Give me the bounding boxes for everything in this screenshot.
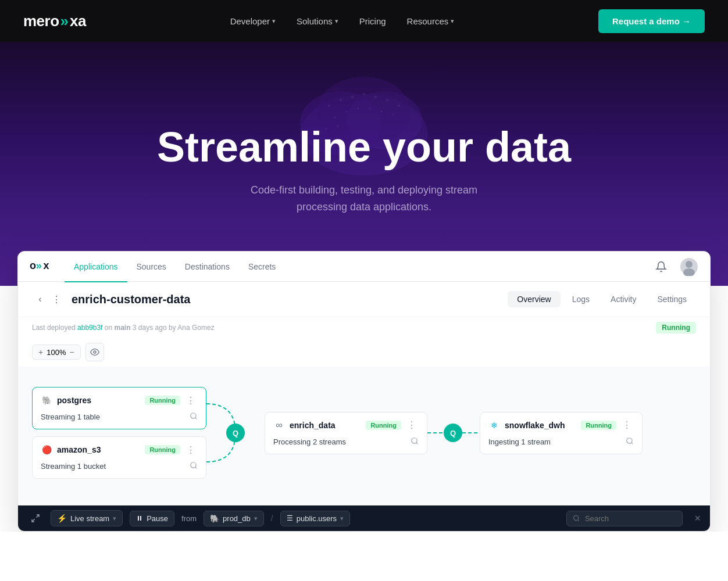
svg-point-26 <box>191 413 196 418</box>
pause-button[interactable]: Pause <box>130 511 174 526</box>
dest-subtitle: Ingesting 1 stream <box>488 437 551 446</box>
tab-destinations[interactable]: Destinations <box>176 252 239 282</box>
chevron-down-icon: ▾ <box>451 17 454 25</box>
tab-applications[interactable]: Applications <box>65 252 127 282</box>
live-stream-label: Live stream <box>70 514 109 523</box>
app-nav-bar: o » x Applications Sources Destinations … <box>18 252 710 282</box>
amazon-s3-node[interactable]: 🔴 amazon_s3 Running ⋮ Streaming 1 bucket <box>32 436 206 479</box>
svg-point-27 <box>191 462 196 468</box>
db-icon: 🐘 <box>210 514 219 523</box>
svg-point-29 <box>627 437 632 443</box>
pipeline-canvas: 🐘 postgres Running ⋮ Streaming 1 table <box>18 366 710 505</box>
hero-subtext: Code-first building, testing, and deploy… <box>251 182 477 216</box>
svg-text:o: o <box>30 260 36 271</box>
header-tabs: Overview Logs Activity Settings <box>508 291 696 307</box>
svg-point-16 <box>392 114 394 116</box>
meroxa-app-logo: o » x <box>30 259 51 272</box>
back-button[interactable]: ‹ <box>32 291 48 307</box>
expand-button[interactable] <box>27 510 44 526</box>
transform-node[interactable]: ∞ enrich_data Running ⋮ Processing 2 str… <box>265 412 427 454</box>
tab-activity[interactable]: Activity <box>601 291 645 307</box>
s3-more-button[interactable]: ⋮ <box>184 444 198 456</box>
source-db-chevron-icon: ▾ <box>254 515 258 522</box>
tab-overview[interactable]: Overview <box>508 291 560 307</box>
commit-link[interactable]: abb9b3f <box>77 324 102 332</box>
table-pill[interactable]: ☰ public.users ▾ <box>280 511 350 526</box>
dest-more-button[interactable]: ⋮ <box>620 419 634 431</box>
logo-text: mero <box>23 12 59 30</box>
svg-point-9 <box>386 99 388 101</box>
nav-developer[interactable]: Developer ▾ <box>230 16 276 26</box>
postgres-more-button[interactable]: ⋮ <box>184 395 198 406</box>
svg-point-13 <box>358 108 359 110</box>
dest-q-connector[interactable]: Q <box>444 424 462 442</box>
chevron-down-icon: ▾ <box>335 17 338 25</box>
navbar: mero » xa Developer ▾ Solutions ▾ Pricin… <box>0 0 728 42</box>
table-chevron-icon: ▾ <box>340 515 344 522</box>
nav-links: Developer ▾ Solutions ▾ Pricing Resource… <box>230 16 455 26</box>
transform-more-button[interactable]: ⋮ <box>405 419 419 431</box>
svg-point-25 <box>94 351 96 353</box>
close-button[interactable]: × <box>694 512 701 525</box>
live-stream-pill[interactable]: ⚡ Live stream ▾ <box>51 510 123 526</box>
svg-point-28 <box>412 437 417 443</box>
destination-node[interactable]: ❄ snowflake_dwh Running ⋮ Ingesting 1 st… <box>480 412 643 454</box>
svg-point-14 <box>369 108 371 110</box>
postgres-status-badge: Running <box>145 396 180 405</box>
tab-settings[interactable]: Settings <box>648 291 696 307</box>
zoom-out-button[interactable]: − <box>68 347 75 357</box>
dest-node-name: snowflake_dwh <box>505 421 565 430</box>
hero-headline: Streamline your data <box>157 124 571 170</box>
nav-resources[interactable]: Resources ▾ <box>407 16 455 26</box>
dest-connector-area: Q <box>427 410 480 456</box>
app-header: ‹ ⋮ enrich-customer-data Overview Logs A… <box>18 282 710 317</box>
postgres-node[interactable]: 🐘 postgres Running ⋮ Streaming 1 table <box>32 387 206 429</box>
visibility-toggle-button[interactable] <box>85 343 104 361</box>
zoom-in-button[interactable]: + <box>37 347 44 357</box>
bottom-bar: ⚡ Live stream ▾ Pause from 🐘 prod_db ▾ /… <box>18 505 710 531</box>
nav-pricing[interactable]: Pricing <box>359 16 386 26</box>
app-nav-right <box>652 257 698 276</box>
live-stream-chevron-icon: ▾ <box>113 515 116 522</box>
dest-search-icon[interactable] <box>626 437 634 447</box>
nav-solutions[interactable]: Solutions ▾ <box>297 16 338 26</box>
tab-sources[interactable]: Sources <box>127 252 176 282</box>
search-input[interactable] <box>585 514 677 523</box>
pipeline-title: enrich-customer-data <box>72 293 191 306</box>
svg-line-30 <box>36 515 39 518</box>
table-label: public.users <box>297 514 337 523</box>
postgres-node-name: postgres <box>57 396 91 405</box>
source-connector-area: Q <box>206 378 265 488</box>
app-logo: o » x <box>30 259 51 275</box>
source-db-pill[interactable]: 🐘 prod_db ▾ <box>204 511 264 526</box>
svg-text:»: » <box>36 260 42 271</box>
transform-icon: ∞ <box>273 419 285 431</box>
user-avatar[interactable] <box>680 257 698 276</box>
canvas-toolbar: + 100% − <box>18 338 710 366</box>
app-window: o » x Applications Sources Destinations … <box>17 251 711 532</box>
notifications-icon[interactable] <box>652 257 670 276</box>
from-label: from <box>181 514 197 523</box>
svg-point-7 <box>363 93 365 95</box>
svg-point-34 <box>574 515 579 520</box>
s3-search-icon[interactable] <box>190 461 198 471</box>
source-nodes-column: 🐘 postgres Running ⋮ Streaming 1 table <box>32 387 206 479</box>
meta-line: Last deployed abb9b3f on main 3 days ago… <box>18 317 710 338</box>
svg-rect-33 <box>140 516 141 521</box>
svg-point-10 <box>398 105 400 107</box>
logo-arrows: » <box>60 12 69 30</box>
more-menu-button[interactable]: ⋮ <box>48 291 65 307</box>
transform-search-icon[interactable] <box>411 437 419 447</box>
tab-secrets[interactable]: Secrets <box>239 252 285 282</box>
transform-status-badge: Running <box>366 421 401 430</box>
svg-point-11 <box>334 117 336 119</box>
postgres-search-icon[interactable] <box>190 412 198 422</box>
zoom-control: + 100% − <box>32 345 81 360</box>
tab-logs[interactable]: Logs <box>563 291 599 307</box>
svg-point-15 <box>381 111 383 113</box>
bottom-search[interactable] <box>566 511 683 526</box>
deploy-meta: Last deployed abb9b3f on main 3 days ago… <box>32 324 215 332</box>
table-icon: ☰ <box>287 514 293 522</box>
source-q-connector[interactable]: Q <box>226 424 245 442</box>
request-demo-button[interactable]: Request a demo → <box>598 9 705 33</box>
